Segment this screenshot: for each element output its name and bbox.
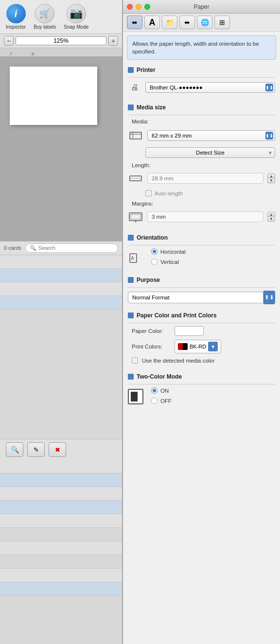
two-color-on-radio[interactable]	[151, 387, 158, 394]
printer-section: Printer 🖨 Brother QL-●●●●●●● ⬆⬇	[123, 64, 280, 101]
length-input[interactable]	[147, 173, 263, 184]
orientation-header: Orientation	[128, 234, 275, 241]
media-size-icon	[128, 128, 143, 143]
list-item[interactable]	[0, 460, 122, 473]
printer-divider	[128, 77, 275, 78]
print-colors-dropdown[interactable]: ▼	[208, 342, 218, 351]
zoom-out-button[interactable]: −	[4, 36, 14, 46]
detect-size-button[interactable]: Detect Size ▼	[145, 147, 275, 158]
paper-color-field-label: Paper Color:	[132, 328, 171, 334]
zoom-in-button[interactable]: +	[108, 36, 118, 46]
printer-select[interactable]: Brother QL-●●●●●●●	[145, 82, 275, 93]
paper-color-divider	[128, 323, 275, 323]
ruler: 7 8	[0, 48, 122, 57]
margins-icon	[128, 209, 143, 225]
svg-rect-0	[130, 132, 141, 139]
paper-color-row: Paper Color:	[132, 326, 275, 336]
print-colors-value: BK-RD	[190, 344, 206, 349]
two-color-off-radio[interactable]	[151, 398, 158, 404]
print-colors-button[interactable]: BK-RD ▼	[175, 340, 221, 353]
maximize-button[interactable]	[144, 4, 150, 10]
purpose-label: Purpose	[137, 277, 160, 283]
search-action-button[interactable]: 🔍	[6, 442, 23, 457]
list-item[interactable]	[0, 569, 122, 582]
orientation-section: Orientation A Horizontal Vertical	[123, 231, 280, 274]
horizontal-radio[interactable]	[151, 248, 158, 255]
upper-list-area	[0, 255, 122, 439]
grid-tool-button[interactable]: ⊞	[214, 16, 230, 29]
minimize-button[interactable]	[136, 4, 141, 10]
layout-tool-button[interactable]: ⬌	[127, 16, 142, 29]
list-item[interactable]	[0, 255, 122, 269]
buy-labels-icon: 🛒	[35, 4, 54, 23]
length-spin-up[interactable]: ▲	[267, 174, 275, 178]
horizontal-radio-row: Horizontal	[151, 248, 186, 255]
list-item[interactable]	[0, 555, 122, 569]
margins-input[interactable]	[147, 211, 263, 222]
margins-spin-down[interactable]: ▼	[267, 217, 275, 222]
list-item[interactable]	[0, 487, 122, 501]
text-tool-button[interactable]: A	[144, 16, 160, 29]
list-item[interactable]	[0, 541, 122, 555]
svg-rect-5	[129, 213, 142, 221]
cards-bar: 0 cards 🔍	[0, 241, 122, 255]
media-size-header: Media size	[128, 104, 275, 111]
list-item[interactable]	[0, 282, 122, 296]
delete-action-button[interactable]: ✖	[49, 442, 66, 457]
list-item[interactable]	[0, 501, 122, 514]
printer-section-header: Printer	[128, 67, 275, 73]
use-detected-checkbox[interactable]	[132, 357, 138, 364]
main-toolbar: i Inspector 🛒 Buy labels 📷 Snap Mode	[0, 0, 122, 34]
margins-row: ▲ ▼	[128, 209, 275, 225]
two-color-divider	[128, 384, 275, 384]
buy-labels-button[interactable]: 🛒 Buy labels	[34, 4, 56, 30]
margins-spinner: ▲ ▼	[267, 212, 275, 222]
list-item[interactable]	[0, 473, 122, 487]
auto-length-checkbox[interactable]	[145, 190, 152, 196]
media-select[interactable]: 62 mm x 29 mm	[147, 130, 275, 141]
use-detected-label: Use the detected media color	[142, 358, 215, 364]
two-color-on-label: ON	[160, 388, 169, 394]
auto-length-row: Auto length	[145, 190, 275, 196]
search-box[interactable]: 🔍	[25, 244, 118, 253]
purpose-arrow[interactable]: ⬆⬇	[263, 291, 275, 304]
two-color-on-row: ON	[151, 387, 172, 394]
info-box: Allows the paper length, width and orien…	[127, 35, 276, 60]
list-item[interactable]	[0, 582, 122, 596]
list-item[interactable]	[0, 296, 122, 310]
vertical-radio-row: Vertical	[151, 259, 186, 265]
two-color-label: Two-Color Mode	[137, 373, 182, 380]
zoom-input[interactable]	[16, 36, 106, 45]
inspector-label: Inspector	[6, 24, 26, 30]
vertical-radio[interactable]	[151, 259, 158, 265]
paper-color-section: Paper Color and Print Colors Paper Color…	[123, 309, 280, 370]
two-color-row: ON OFF	[128, 387, 275, 406]
list-item[interactable]	[0, 528, 122, 541]
edit-action-button[interactable]: ✎	[27, 442, 45, 457]
snap-mode-button[interactable]: 📷 Snap Mode	[64, 4, 88, 30]
two-color-off-label: OFF	[160, 398, 172, 404]
two-color-indicator	[128, 374, 134, 380]
align-tool-button[interactable]: ⬌	[179, 16, 195, 29]
horizontal-label: Horizontal	[160, 249, 186, 255]
length-row: ▲ ▼	[128, 171, 275, 186]
purpose-header: Purpose	[128, 277, 275, 283]
length-spin-down[interactable]: ▼	[267, 178, 275, 183]
list-item[interactable]	[0, 514, 122, 528]
inspector-button[interactable]: i Inspector	[6, 4, 26, 30]
folder-tool-button[interactable]: 📁	[162, 16, 177, 29]
list-item[interactable]	[0, 269, 122, 282]
purpose-row: Normal Format ⬆⬇	[128, 291, 275, 304]
window-title: Paper	[193, 3, 209, 10]
purpose-section: Purpose Normal Format ⬆⬇	[123, 274, 280, 309]
canvas-paper	[10, 67, 97, 125]
globe-tool-button[interactable]: 🌐	[197, 16, 212, 29]
paper-color-swatch[interactable]	[175, 326, 204, 336]
purpose-select[interactable]: Normal Format	[128, 292, 263, 303]
auto-length-label: Auto length	[155, 191, 183, 196]
search-input[interactable]	[38, 245, 114, 251]
paper-color-label: Paper Color and Print Colors	[137, 312, 217, 319]
close-button[interactable]	[127, 4, 133, 10]
two-color-header: Two-Color Mode	[128, 373, 275, 380]
margins-spin-up[interactable]: ▲	[267, 212, 275, 217]
